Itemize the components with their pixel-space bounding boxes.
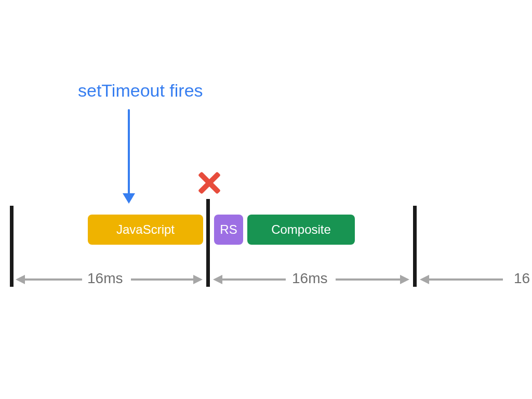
timeline-diagram: setTimeout fires JavaScript RS Composite…: [0, 0, 532, 399]
interval-1-right-arrow-icon: [131, 277, 203, 282]
interval-2-label: 16ms: [292, 270, 327, 287]
phase-javascript: JavaScript: [88, 215, 203, 245]
title-label: setTimeout fires: [78, 81, 203, 101]
interval-2-left-arrow-icon: [213, 277, 286, 282]
phase-composite: Composite: [247, 215, 355, 245]
phase-rs: RS: [214, 215, 243, 245]
arrow-down-icon: [127, 109, 130, 203]
interval-1-label: 16ms: [87, 270, 123, 287]
frame-tick-1: [206, 199, 210, 287]
interval-2-right-arrow-icon: [336, 277, 409, 282]
interval-1-left-arrow-icon: [16, 277, 82, 282]
interval-3-left-arrow-icon: [420, 277, 503, 282]
x-mark-icon: [195, 170, 220, 195]
interval-3-label: 16: [514, 270, 530, 287]
frame-tick-0: [10, 206, 14, 287]
frame-tick-2: [413, 206, 417, 287]
